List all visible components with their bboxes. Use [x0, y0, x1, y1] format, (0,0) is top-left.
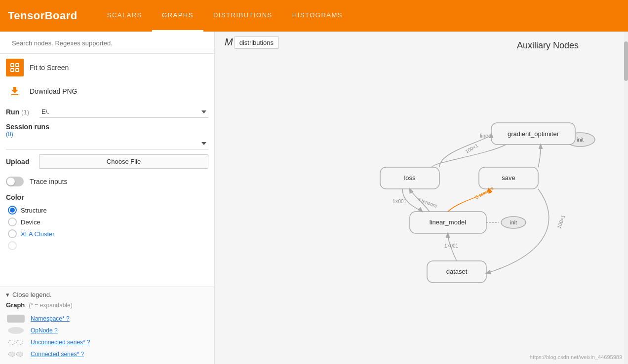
toggle-knob: [7, 178, 15, 185]
linear-model-node[interactable]: linear_model init: [410, 212, 526, 233]
run-label: Run (1): [6, 108, 36, 116]
color-xla-radio[interactable]: [8, 229, 17, 238]
app-body: Fit to Screen Download PNG Run (1) E\.: [0, 32, 628, 364]
chevron-down-icon: ▾: [6, 291, 9, 298]
search-input[interactable]: [12, 36, 214, 51]
choose-file-button[interactable]: Choose File: [39, 154, 208, 169]
fit-to-screen-row[interactable]: Fit to Screen: [0, 56, 214, 79]
legend-connected: Connected series* ?: [6, 348, 208, 360]
legend-toggle[interactable]: ▾ Close legend.: [6, 291, 208, 298]
svg-text:100×1: 100×1: [556, 214, 566, 229]
main-nav: SCALARS GRAPHS DISTRIBUTIONS HISTOGRAMS: [97, 0, 353, 32]
legend-namespace: Namespace* ?: [6, 313, 208, 325]
fit-to-screen-label: Fit to Screen: [30, 64, 69, 72]
legend-opnode: OpNode ?: [6, 325, 208, 336]
namespace-shape: [6, 314, 26, 323]
svg-text:1×001: 1×001: [392, 199, 407, 204]
legend-section: ▾ Close legend. Graph (* = expandable) N…: [0, 287, 214, 364]
nav-histograms[interactable]: HISTOGRAMS: [282, 0, 353, 32]
svg-text:init: init: [577, 137, 584, 143]
legend-unconnected: Unconnected series* ?: [6, 336, 208, 348]
legend-title: Graph: [6, 301, 25, 309]
color-other-radio[interactable]: [8, 241, 17, 250]
edge-linear-loss: 3 tensors: [410, 189, 438, 212]
dataset-node[interactable]: dataset: [427, 261, 486, 283]
svg-text:gradient_optimiter: gradient_optimiter: [508, 130, 559, 138]
svg-text:3 tensors: 3 tensors: [417, 197, 437, 209]
svg-rect-2: [11, 69, 14, 72]
sidebar: Fit to Screen Download PNG Run (1) E\.: [0, 32, 215, 364]
svg-text:init: init: [510, 219, 517, 225]
edge-loss-gradient: 100×1: [439, 134, 491, 167]
save-node[interactable]: save: [479, 167, 538, 189]
session-count: (0): [6, 131, 208, 138]
color-structure-option[interactable]: Structure: [6, 204, 208, 216]
graph-canvas[interactable]: init linear_model gradient_optimiter sav…: [215, 32, 628, 364]
session-label: Session runs: [6, 123, 49, 131]
connected-icon: [8, 352, 23, 357]
namespace-label[interactable]: Namespace* ?: [31, 315, 70, 322]
legend-expandable: (* = expandable): [29, 302, 72, 309]
svg-text:1×001: 1×001: [444, 243, 459, 249]
color-device-option[interactable]: Device: [6, 216, 208, 228]
fit-to-screen-icon[interactable]: [6, 59, 24, 76]
upload-row: Upload Choose File: [0, 150, 214, 173]
upload-label: Upload: [6, 158, 33, 166]
trace-inputs-row: Trace inputs: [0, 173, 214, 190]
main-graph-area: M distributions Auxiliary Nodes init lin…: [215, 32, 628, 364]
sidebar-scroll: Fit to Screen Download PNG Run (1) E\.: [0, 32, 214, 287]
radio-inner: [10, 208, 15, 213]
loss-node[interactable]: loss: [380, 167, 439, 189]
color-device-radio[interactable]: [8, 218, 17, 226]
opnode-label[interactable]: OpNode ?: [31, 327, 58, 334]
color-device-label: Device: [21, 218, 40, 226]
svg-text:linear_model: linear_model: [430, 218, 467, 226]
session-row: Session runs (0): [0, 121, 214, 150]
gradient-optimiter-node[interactable]: gradient_optimiter: [491, 123, 575, 145]
scrollbar-track[interactable]: [624, 32, 628, 364]
color-structure-label: Structure: [21, 207, 47, 214]
trace-inputs-label: Trace inputs: [30, 178, 68, 185]
header: TensorBoard SCALARS GRAPHS DISTRIBUTIONS…: [0, 0, 628, 32]
namespace-icon: [7, 315, 25, 323]
svg-rect-0: [11, 64, 14, 67]
run-select[interactable]: E\.: [39, 106, 208, 118]
svg-text:100×1: 100×1: [465, 143, 479, 154]
svg-text:dataset: dataset: [446, 268, 468, 275]
color-other-option[interactable]: [6, 240, 208, 252]
connected-shape: [6, 350, 26, 359]
download-icon[interactable]: [6, 82, 24, 100]
unconnected-label[interactable]: Unconnected series* ?: [31, 339, 90, 346]
opnode-shape: [6, 326, 26, 335]
edge-linear-save-orange: 3 tensors: [448, 185, 495, 212]
opnode-icon: [8, 327, 24, 334]
watermark: https://blog.csdn.net/weixin_44695989: [530, 354, 622, 360]
unconnected-icon: [8, 340, 23, 345]
scrollbar-thumb[interactable]: [624, 41, 628, 81]
color-title: Color: [6, 193, 208, 201]
nav-graphs[interactable]: GRAPHS: [152, 0, 203, 32]
svg-text:save: save: [502, 174, 515, 182]
color-section: Color Structure Device XLA Cluster: [0, 190, 214, 255]
nav-scalars[interactable]: SCALARS: [97, 0, 152, 32]
svg-rect-3: [16, 69, 19, 72]
download-png-label: Download PNG: [30, 87, 78, 95]
edge-dataset-linear: 1×001: [444, 233, 459, 261]
color-xla-label: XLA Cluster: [21, 230, 55, 238]
color-structure-radio[interactable]: [8, 206, 17, 215]
color-xla-option[interactable]: XLA Cluster: [6, 228, 208, 240]
edge-save-gradient: [538, 145, 541, 167]
nav-distributions[interactable]: DISTRIBUTIONS: [203, 0, 282, 32]
svg-rect-1: [16, 64, 19, 67]
connected-label[interactable]: Connected series* ?: [31, 351, 84, 358]
trace-inputs-toggle[interactable]: [6, 177, 24, 186]
unconnected-shape: [6, 338, 26, 347]
edge-save-dataset: 100×1: [486, 189, 566, 273]
legend-toggle-label: Close legend.: [12, 291, 52, 298]
run-row: Run (1) E\.: [0, 103, 214, 121]
download-png-row[interactable]: Download PNG: [0, 79, 214, 103]
app-logo: TensorBoard: [8, 9, 78, 22]
session-select[interactable]: [6, 138, 208, 149]
svg-text:loss: loss: [404, 174, 416, 182]
